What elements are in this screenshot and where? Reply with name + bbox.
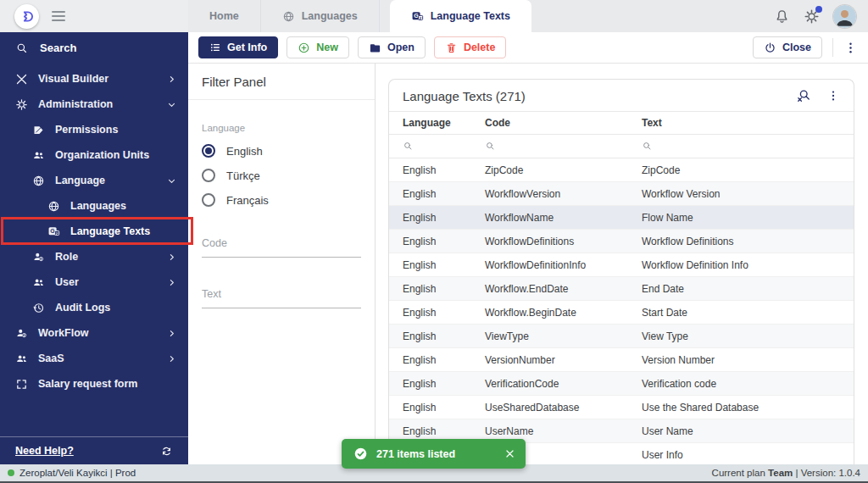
table-cell: VersionNumber bbox=[485, 354, 642, 366]
table-row[interactable]: EnglishWorkflow.BeginDateStart Date bbox=[389, 301, 854, 325]
radio-icon bbox=[202, 193, 215, 207]
language-radio-english[interactable]: English bbox=[202, 144, 361, 158]
table-cell: WorkflowDefinitions bbox=[485, 236, 642, 247]
sidebar-item-label: Salary request form bbox=[38, 378, 137, 390]
table-cell: Verification code bbox=[642, 378, 840, 390]
table-cell: WorkflowDefinitionInfo bbox=[485, 259, 642, 271]
table-cell: ZipCode bbox=[485, 164, 642, 176]
table-cell: English bbox=[403, 236, 485, 247]
sidebar-item-audit-logs[interactable]: Audit Logs bbox=[0, 295, 188, 320]
notifications-icon[interactable] bbox=[774, 8, 790, 25]
check-circle-icon bbox=[353, 447, 368, 461]
code-filter-input[interactable]: Code bbox=[202, 237, 361, 258]
table-row[interactable]: EnglishViewTypeView Type bbox=[389, 325, 854, 348]
language-radio-group: EnglishTürkçeFrançais bbox=[202, 144, 361, 207]
column-header-language[interactable]: Language bbox=[403, 117, 485, 129]
tab-language-texts[interactable]: GLanguage Texts bbox=[390, 0, 531, 32]
sidebar-item-visual-builder[interactable]: Visual Builder bbox=[0, 66, 188, 92]
new-button[interactable]: New bbox=[287, 36, 349, 58]
sidebar-search-label: Search bbox=[40, 42, 76, 54]
power-icon bbox=[764, 42, 776, 54]
sidebar-item-languages[interactable]: Languages bbox=[0, 193, 188, 219]
tab-languages[interactable]: Languages bbox=[261, 0, 380, 32]
language-radio-t-rk-e[interactable]: Türkçe bbox=[202, 169, 361, 182]
sidebar-item-organization-units[interactable]: Organization Units bbox=[0, 142, 188, 168]
need-help-link[interactable]: Need Help? bbox=[15, 445, 74, 457]
app-logo[interactable] bbox=[14, 4, 39, 29]
code-column-filter-icon[interactable] bbox=[485, 141, 495, 151]
card-more-options-icon[interactable] bbox=[826, 89, 840, 103]
menu-toggle-icon[interactable] bbox=[52, 11, 65, 21]
table-row[interactable]: EnglishWorkflowVersionWorkflow Version bbox=[389, 182, 854, 206]
sync-icon[interactable] bbox=[160, 445, 173, 458]
search-off-icon[interactable] bbox=[796, 88, 811, 103]
column-header-code[interactable]: Code bbox=[485, 117, 642, 129]
table-cell: Flow Name bbox=[642, 212, 840, 224]
table-cell: ZipCode bbox=[642, 164, 840, 176]
table-row[interactable]: EnglishWorkflowDefinitionInfoWorkflow De… bbox=[389, 253, 854, 277]
chevron-right-icon bbox=[167, 253, 176, 262]
avatar[interactable] bbox=[833, 5, 856, 28]
sidebar-item-administration[interactable]: Administration bbox=[0, 92, 188, 117]
main-content: Filter Panel Language EnglishTürkçeFranç… bbox=[188, 64, 868, 464]
table-row[interactable]: EnglishUseSharedDatabaseUse the Shared D… bbox=[389, 396, 854, 419]
sidebar-search[interactable]: Search bbox=[0, 32, 188, 63]
more-options-icon[interactable] bbox=[843, 41, 858, 55]
radio-icon bbox=[202, 169, 215, 182]
card-title: Language Texts (271) bbox=[403, 89, 526, 103]
delete-button[interactable]: Delete bbox=[434, 36, 507, 58]
sidebar-item-permissions[interactable]: Permissions bbox=[0, 117, 188, 142]
table-cell: Use the Shared Database bbox=[642, 402, 840, 414]
tab-home[interactable]: Home bbox=[188, 0, 261, 32]
language-texts-card: Language Texts (271) Language Code Text bbox=[388, 79, 854, 464]
table-cell: Workflow Version bbox=[642, 188, 840, 200]
sidebar-item-user[interactable]: User bbox=[0, 269, 188, 295]
sidebar-item-label: Role bbox=[55, 251, 78, 263]
open-button[interactable]: Open bbox=[358, 36, 426, 58]
person-info-icon bbox=[32, 251, 45, 264]
get-info-button[interactable]: Get Info bbox=[198, 36, 278, 58]
sidebar-item-language[interactable]: Language bbox=[0, 168, 188, 193]
language-column-filter-icon[interactable] bbox=[403, 141, 413, 151]
sidebar-item-workflow[interactable]: WorkFlow bbox=[0, 320, 188, 346]
settings-icon[interactable] bbox=[804, 8, 820, 25]
table-row[interactable]: EnglishWorkflowNameFlow Name bbox=[389, 206, 854, 230]
open-label: Open bbox=[387, 42, 415, 53]
history-icon bbox=[32, 302, 45, 314]
folder-icon bbox=[369, 42, 381, 54]
people-icon bbox=[15, 353, 28, 365]
table-row[interactable]: EnglishWorkflow.EndDateEnd Date bbox=[389, 277, 854, 301]
gear-icon bbox=[15, 98, 28, 111]
table-area: Language Texts (271) Language Code Text bbox=[376, 64, 868, 464]
table-row[interactable]: EnglishZipCodeZipCode bbox=[389, 158, 854, 182]
table-cell: Workflow Definitions bbox=[642, 236, 840, 247]
translate-icon: G bbox=[411, 10, 424, 23]
chevron-down-icon bbox=[167, 176, 176, 186]
sidebar-item-salary-request-form[interactable]: Salary request form bbox=[0, 371, 188, 397]
people-icon bbox=[32, 276, 45, 289]
filter-panel-title: Filter Panel bbox=[188, 64, 375, 100]
column-header-text[interactable]: Text bbox=[642, 117, 840, 129]
sidebar-item-saas[interactable]: SaaS bbox=[0, 346, 188, 371]
sidebar-item-label: Audit Logs bbox=[55, 302, 110, 314]
toast-close-icon[interactable] bbox=[504, 448, 515, 459]
sidebar-item-language-texts[interactable]: GLanguage Texts bbox=[0, 219, 188, 244]
close-button[interactable]: Close bbox=[753, 36, 822, 58]
filter-panel: Filter Panel Language EnglishTürkçeFranç… bbox=[188, 64, 376, 464]
table-cell: Version Number bbox=[642, 354, 840, 366]
logo-icon bbox=[19, 8, 35, 25]
text-column-filter-icon[interactable] bbox=[642, 141, 652, 151]
sidebar-nav: Visual BuilderAdministrationPermissionsO… bbox=[0, 66, 188, 397]
table-cell: Workflow Definition Info bbox=[642, 259, 840, 271]
sidebar-item-label: Languages bbox=[70, 200, 126, 212]
sidebar-item-role[interactable]: Role bbox=[0, 244, 188, 269]
table-body: EnglishZipCodeZipCodeEnglishWorkflowVers… bbox=[389, 158, 854, 464]
tab-label: Home bbox=[209, 10, 239, 22]
table-row[interactable]: EnglishVersionNumberVersion Number bbox=[389, 348, 854, 372]
table-row[interactable]: EnglishVerificationCodeVerification code bbox=[389, 372, 854, 396]
sidebar-item-label: Permissions bbox=[55, 124, 118, 136]
language-radio-fran-ais[interactable]: Français bbox=[202, 193, 361, 207]
text-filter-input[interactable]: Text bbox=[202, 288, 361, 308]
globe-icon bbox=[32, 175, 45, 187]
table-row[interactable]: EnglishWorkflowDefinitionsWorkflow Defin… bbox=[389, 230, 854, 253]
